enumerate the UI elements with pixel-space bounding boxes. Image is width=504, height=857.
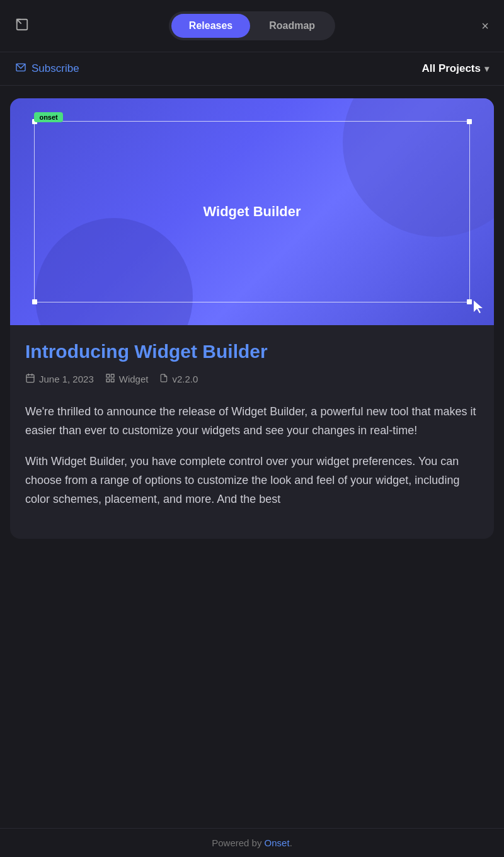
release-meta: June 1, 2023 Widget bbox=[25, 373, 479, 385]
svg-rect-7 bbox=[106, 374, 110, 377]
meta-version-text: v2.2.0 bbox=[172, 374, 198, 384]
handle-bottom-right bbox=[467, 299, 472, 304]
chevron-down-icon: ▾ bbox=[484, 64, 489, 74]
toolbar: Subscribe All Projects ▾ bbox=[0, 52, 504, 86]
projects-dropdown[interactable]: All Projects ▾ bbox=[421, 62, 489, 75]
email-icon bbox=[15, 63, 26, 74]
svg-rect-9 bbox=[106, 379, 110, 382]
release-card: onset Widget Builder Introducing Widget … bbox=[10, 98, 494, 539]
tab-group: Releases Roadmap bbox=[169, 11, 335, 40]
hero-image: onset Widget Builder bbox=[10, 98, 494, 325]
subscribe-button[interactable]: Subscribe bbox=[15, 62, 79, 75]
release-title: Introducing Widget Builder bbox=[25, 340, 479, 363]
main-content: onset Widget Builder Introducing Widget … bbox=[0, 86, 504, 551]
footer-text: Powered by bbox=[212, 837, 264, 848]
version-icon bbox=[159, 373, 168, 385]
meta-date-text: June 1, 2023 bbox=[39, 374, 94, 384]
handle-bottom-left bbox=[32, 299, 37, 304]
release-body: We're thrilled to announce the release o… bbox=[25, 403, 479, 509]
selection-box: Widget Builder bbox=[34, 121, 469, 302]
cursor-icon bbox=[474, 301, 485, 316]
projects-label: All Projects bbox=[421, 62, 481, 75]
open-external-icon[interactable] bbox=[15, 18, 29, 35]
card-body: Introducing Widget Builder June 1, 2023 bbox=[10, 325, 494, 539]
hero-inner: onset Widget Builder bbox=[34, 121, 469, 302]
body-paragraph-2: With Widget Builder, you have complete c… bbox=[25, 452, 479, 509]
tab-releases[interactable]: Releases bbox=[171, 14, 250, 38]
svg-rect-10 bbox=[111, 379, 114, 382]
footer-suffix: . bbox=[290, 837, 292, 848]
handle-top-right bbox=[467, 119, 472, 124]
footer-link[interactable]: Onset bbox=[265, 837, 290, 848]
svg-rect-3 bbox=[26, 375, 34, 382]
svg-rect-8 bbox=[111, 374, 114, 377]
hero-selection-text: Widget Builder bbox=[203, 204, 301, 220]
calendar-icon bbox=[25, 373, 35, 385]
close-button[interactable]: × bbox=[481, 19, 489, 33]
subscribe-label: Subscribe bbox=[32, 62, 79, 75]
meta-date: June 1, 2023 bbox=[25, 373, 94, 385]
footer: Powered by Onset. bbox=[0, 828, 504, 857]
meta-version: v2.2.0 bbox=[159, 373, 198, 385]
body-paragraph-1: We're thrilled to announce the release o… bbox=[25, 403, 479, 440]
tab-roadmap[interactable]: Roadmap bbox=[251, 14, 333, 38]
header: Releases Roadmap × bbox=[0, 0, 504, 52]
meta-widget: Widget bbox=[105, 373, 149, 385]
onset-badge: onset bbox=[34, 112, 62, 122]
svg-line-1 bbox=[17, 19, 21, 23]
meta-widget-text: Widget bbox=[119, 374, 149, 384]
widget-icon bbox=[105, 373, 115, 385]
